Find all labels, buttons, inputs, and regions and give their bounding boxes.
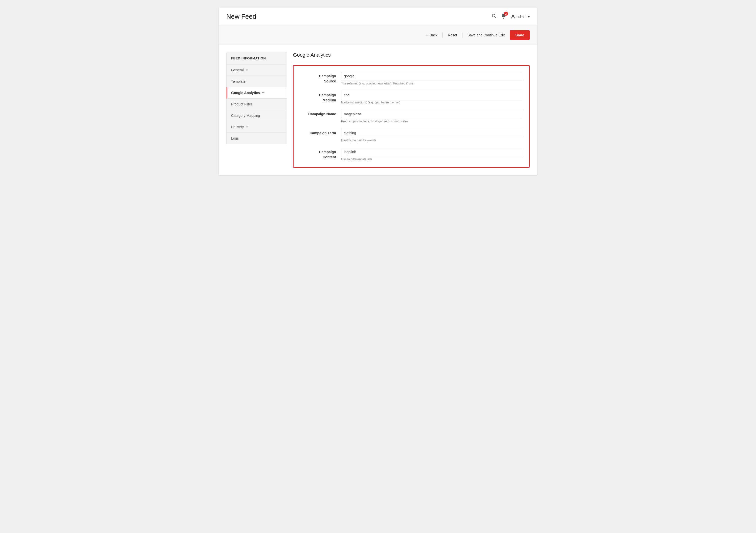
sidebar-item-label: Google Analytics (231, 91, 260, 95)
campaign-term-label: Campaign Term (301, 129, 341, 136)
content-area: FEED INFORMATION General ✏ Template Goog… (219, 44, 537, 175)
sidebar-header: FEED INFORMATION (227, 52, 287, 65)
campaign-medium-field: Marketing medium: (e.g. cpc, banner, ema… (341, 91, 522, 104)
campaign-term-field: Identify the paid keywords (341, 129, 522, 142)
sidebar-item-google-analytics[interactable]: Google Analytics ✏ (227, 87, 287, 99)
sidebar-item-label: Product Filter (231, 102, 252, 106)
form-container: CampaignSource The referrer: (e.g. googl… (293, 65, 530, 168)
form-row-campaign-term: Campaign Term Identify the paid keywords (301, 129, 522, 142)
save-continue-button[interactable]: Save and Continue Edit (468, 33, 505, 37)
page-title: New Feed (226, 13, 256, 20)
back-button[interactable]: ← Back (425, 33, 437, 37)
notification-icon[interactable]: 2 (501, 13, 506, 20)
form-row-campaign-name: Campaign Name Product, promo code, or sl… (301, 110, 522, 123)
admin-dropdown-icon: ▾ (528, 15, 530, 19)
sidebar-item-category-mapping[interactable]: Category Mapping (227, 110, 287, 121)
page-wrapper: New Feed 2 admin (219, 8, 537, 175)
campaign-term-input[interactable] (341, 129, 522, 137)
sidebar-item-label: Category Mapping (231, 114, 260, 118)
campaign-medium-input[interactable] (341, 91, 522, 99)
edit-icon: ✏ (246, 68, 248, 72)
campaign-term-hint: Identify the paid keywords (341, 139, 522, 142)
svg-point-3 (512, 15, 514, 17)
edit-icon-ga: ✏ (262, 91, 264, 94)
sidebar-item-general[interactable]: General ✏ (227, 65, 287, 76)
campaign-medium-label: CampaignMedium (301, 91, 341, 103)
campaign-content-input[interactable] (341, 148, 522, 156)
campaign-name-input[interactable] (341, 110, 522, 118)
form-row-campaign-medium: CampaignMedium Marketing medium: (e.g. c… (301, 91, 522, 104)
admin-label: admin (517, 15, 526, 19)
form-row-campaign-content: CampaignContent Use to differentiate ads (301, 148, 522, 161)
campaign-name-label: Campaign Name (301, 110, 341, 117)
campaign-content-field: Use to differentiate ads (341, 148, 522, 161)
toolbar: ← Back Reset Save and Continue Edit Save (219, 26, 537, 44)
sidebar-item-product-filter[interactable]: Product Filter (227, 99, 287, 110)
toolbar-divider (443, 33, 443, 38)
sidebar: FEED INFORMATION General ✏ Template Goog… (226, 52, 287, 144)
sidebar-item-template[interactable]: Template (227, 76, 287, 87)
form-row-campaign-source: CampaignSource The referrer: (e.g. googl… (301, 72, 522, 85)
page-header: New Feed 2 admin (219, 8, 537, 26)
edit-icon-delivery: ✏ (246, 125, 249, 129)
campaign-medium-hint: Marketing medium: (e.g. cpc, banner, ema… (341, 101, 522, 104)
section-title: Google Analytics (293, 52, 530, 61)
campaign-source-field: The referrer: (e.g. google, newsletter).… (341, 72, 522, 85)
campaign-name-hint: Product, promo code, or slogan (e.g. spr… (341, 120, 522, 123)
search-icon[interactable] (492, 13, 497, 20)
svg-point-2 (503, 18, 504, 19)
sidebar-item-label: General (231, 68, 244, 72)
header-actions: 2 admin ▾ (492, 13, 530, 20)
campaign-content-label: CampaignContent (301, 148, 341, 160)
sidebar-item-delivery[interactable]: Delivery ✏ (227, 121, 287, 133)
sidebar-item-label: Template (231, 79, 246, 83)
campaign-source-input[interactable] (341, 72, 522, 80)
sidebar-item-label: Logs (231, 136, 239, 140)
notification-badge: 2 (504, 12, 508, 16)
campaign-source-hint: The referrer: (e.g. google, newsletter).… (341, 82, 522, 85)
campaign-content-hint: Use to differentiate ads (341, 157, 522, 161)
svg-line-1 (495, 17, 496, 18)
campaign-source-label: CampaignSource (301, 72, 341, 84)
admin-user-menu[interactable]: admin ▾ (511, 14, 530, 19)
sidebar-item-logs[interactable]: Logs (227, 133, 287, 144)
save-button[interactable]: Save (510, 30, 530, 40)
campaign-name-field: Product, promo code, or slogan (e.g. spr… (341, 110, 522, 123)
sidebar-item-label: Delivery (231, 125, 244, 129)
main-content: Google Analytics CampaignSource The refe… (293, 52, 530, 168)
reset-button[interactable]: Reset (448, 33, 457, 37)
